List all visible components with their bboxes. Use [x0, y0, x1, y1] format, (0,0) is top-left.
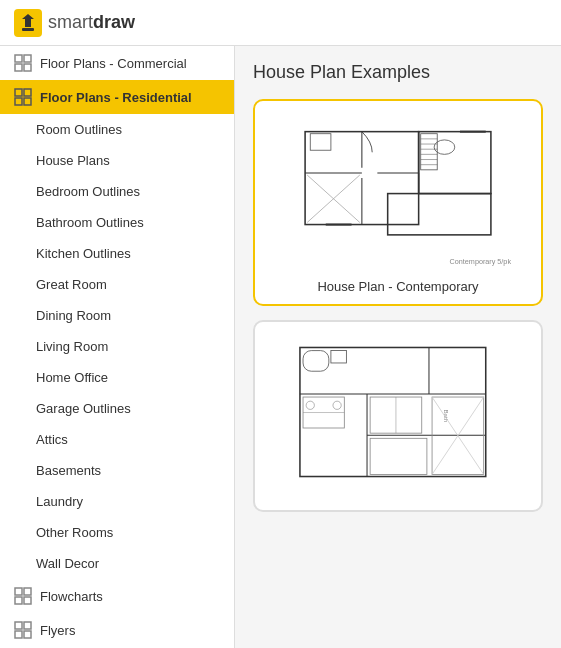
content-area: House Plan Examples	[235, 46, 561, 648]
sidebar-item-dining-room[interactable]: Dining Room	[0, 300, 234, 331]
card-image-contemporary: Contemporary 5/pk	[265, 111, 531, 271]
sidebar-item-floor-plans-residential[interactable]: Floor Plans - Residential	[0, 80, 234, 114]
sidebar-item-attics[interactable]: Attics	[0, 424, 234, 455]
svg-rect-6	[24, 64, 31, 71]
page-title: House Plan Examples	[253, 62, 543, 83]
svg-rect-20	[419, 132, 491, 194]
sidebar-item-home-office[interactable]: Home Office	[0, 362, 234, 393]
flowcharts-icon	[14, 587, 32, 605]
sidebar-item-flowcharts[interactable]: Flowcharts	[0, 579, 234, 613]
sidebar: Floor Plans - Commercial Floor Plans - R…	[0, 46, 235, 648]
sidebar-item-residential-label: Floor Plans - Residential	[40, 90, 192, 105]
svg-rect-17	[15, 631, 22, 638]
sidebar-item-bedroom-outlines[interactable]: Bedroom Outlines	[0, 176, 234, 207]
main-layout: Floor Plans - Commercial Floor Plans - R…	[0, 46, 561, 648]
svg-rect-2	[22, 28, 34, 31]
svg-rect-18	[24, 631, 31, 638]
sidebar-item-wall-decor[interactable]: Wall Decor	[0, 548, 234, 579]
smartdraw-logo-icon	[14, 9, 42, 37]
sidebar-item-flyers[interactable]: Flyers	[0, 613, 234, 647]
svg-rect-3	[15, 55, 22, 62]
svg-text:Contemporary 5/pk: Contemporary 5/pk	[450, 257, 512, 266]
sidebar-item-commercial-label: Floor Plans - Commercial	[40, 56, 187, 71]
svg-rect-21	[388, 194, 491, 235]
flyers-icon	[14, 621, 32, 639]
sidebar-item-garage-outlines[interactable]: Garage Outlines	[0, 393, 234, 424]
sidebar-item-basements[interactable]: Basements	[0, 455, 234, 486]
sidebar-item-bathroom-outlines[interactable]: Bathroom Outlines	[0, 207, 234, 238]
svg-rect-56	[370, 438, 427, 474]
svg-rect-10	[24, 98, 31, 105]
svg-rect-9	[15, 98, 22, 105]
sidebar-item-laundry[interactable]: Laundry	[0, 486, 234, 517]
logo-text: smartdraw	[48, 12, 135, 33]
sidebar-item-kitchen-outlines[interactable]: Kitchen Outlines	[0, 238, 234, 269]
svg-rect-13	[15, 597, 22, 604]
card-image-2: Bath	[265, 332, 531, 492]
sidebar-item-other-rooms[interactable]: Other Rooms	[0, 517, 234, 548]
sidebar-item-living-room[interactable]: Living Room	[0, 331, 234, 362]
card-house-plan-2[interactable]: Bath	[253, 320, 543, 512]
sidebar-item-house-plans[interactable]: House Plans	[0, 145, 234, 176]
svg-rect-47	[303, 351, 329, 372]
svg-rect-30	[310, 134, 331, 151]
svg-rect-5	[15, 64, 22, 71]
svg-rect-4	[24, 55, 31, 62]
svg-point-51	[306, 401, 314, 409]
svg-rect-48	[331, 351, 346, 363]
svg-rect-8	[24, 89, 31, 96]
svg-rect-7	[15, 89, 22, 96]
svg-rect-11	[15, 588, 22, 595]
sidebar-item-room-outlines[interactable]: Room Outlines	[0, 114, 234, 145]
sidebar-item-floor-plans-commercial[interactable]: Floor Plans - Commercial	[0, 46, 234, 80]
card-house-plan-contemporary[interactable]: Contemporary 5/pk House Plan - Contempor…	[253, 99, 543, 306]
sidebar-item-great-room[interactable]: Great Room	[0, 269, 234, 300]
svg-rect-12	[24, 588, 31, 595]
svg-rect-15	[15, 622, 22, 629]
svg-rect-14	[24, 597, 31, 604]
header: smartdraw	[0, 0, 561, 46]
card-label-contemporary: House Plan - Contemporary	[265, 279, 531, 294]
house-icon	[14, 88, 32, 106]
svg-point-52	[333, 401, 341, 409]
grid-icon	[14, 54, 32, 72]
svg-rect-16	[24, 622, 31, 629]
